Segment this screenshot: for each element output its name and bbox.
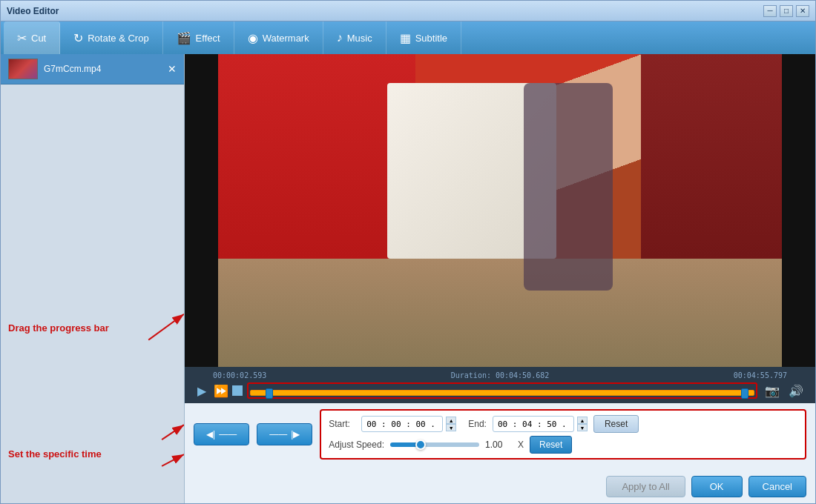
end-time-input[interactable] xyxy=(493,416,574,432)
start-time-row: Start: ▲ ▼ End: ▲ ▼ xyxy=(329,415,797,433)
end-time-spinner: ▲ ▼ xyxy=(577,417,588,431)
speed-row: Adjust Speed: 1.00 X Reset xyxy=(329,436,797,454)
cancel-button[interactable]: Cancel xyxy=(748,476,806,497)
tab-cut[interactable]: ✂ Cut xyxy=(4,21,60,54)
tab-cut-label: Cut xyxy=(31,33,46,44)
tab-effect[interactable]: 🎬 Effect xyxy=(163,21,234,54)
maximize-button[interactable]: □ xyxy=(780,5,793,17)
start-time-down[interactable]: ▼ xyxy=(446,424,456,431)
stop-button[interactable] xyxy=(232,385,243,396)
cut-controls-row: ◀| —— —— |▶ Start: ▲ ▼ xyxy=(194,409,806,460)
tab-watermark-label: Watermark xyxy=(263,33,309,44)
window-controls: ─ □ ✕ xyxy=(763,5,809,17)
close-tab-button[interactable]: ✕ xyxy=(168,63,177,75)
effect-icon: 🎬 xyxy=(177,31,191,45)
video-area: 00:00:02.593 Duration: 00:04:50.682 00:0… xyxy=(185,54,815,503)
subtitle-icon: ▦ xyxy=(400,31,411,45)
video-frame xyxy=(218,54,782,367)
speed-slider[interactable] xyxy=(390,442,479,447)
start-label: Start: xyxy=(329,419,355,429)
tab-rotate[interactable]: ↻ Rotate & Crop xyxy=(60,21,162,54)
ok-button[interactable]: OK xyxy=(691,476,743,497)
rotate-icon: ↻ xyxy=(73,31,83,45)
tab-music-label: Music xyxy=(347,33,372,44)
svg-line-2 xyxy=(162,425,184,440)
progress-area: 00:00:02.593 Duration: 00:04:50.682 00:0… xyxy=(185,367,815,403)
timeline-start-handle[interactable] xyxy=(266,388,273,399)
fast-forward-button[interactable]: ⏩ xyxy=(213,382,229,399)
music-icon: ♪ xyxy=(337,31,343,44)
speed-slider-thumb[interactable] xyxy=(415,440,426,450)
cut-icon: ✂ xyxy=(17,31,27,45)
speed-label: Adjust Speed: xyxy=(329,440,384,450)
minimize-button[interactable]: ─ xyxy=(763,5,777,17)
volume-button[interactable]: 🔊 xyxy=(786,382,806,399)
main-content: G7mCcm.mp4 ✕ xyxy=(1,54,815,503)
video-person xyxy=(524,83,613,291)
time-labels: 00:00:02.593 Duration: 00:04:50.682 00:0… xyxy=(191,370,809,381)
cut-start-icon: ◀| xyxy=(206,429,215,440)
time-reset-button[interactable]: Reset xyxy=(593,415,639,433)
video-canvas xyxy=(185,54,815,367)
end-time-label: 00:04:55.797 xyxy=(734,371,787,379)
close-button[interactable]: ✕ xyxy=(796,5,809,17)
sidebar: G7mCcm.mp4 ✕ xyxy=(1,54,185,503)
tab-subtitle[interactable]: ▦ Subtitle xyxy=(386,21,461,54)
timeline-end-handle[interactable] xyxy=(741,388,748,399)
cut-start-label: —— xyxy=(219,429,237,440)
main-window: Video Editor ─ □ ✕ ✂ Cut ↻ Rotate & Crop… xyxy=(0,0,816,504)
start-time-input[interactable] xyxy=(361,416,443,432)
window-title: Video Editor xyxy=(7,6,763,16)
annotation-time: Set the specific time xyxy=(8,448,102,461)
tab-subtitle-label: Subtitle xyxy=(415,33,447,44)
controls-bottom: ◀| —— —— |▶ Start: ▲ ▼ xyxy=(185,403,815,471)
play-controls: ▶ ⏩ xyxy=(194,382,243,399)
timeline-track[interactable] xyxy=(250,390,754,396)
end-label: End: xyxy=(468,419,487,429)
annotation-drag: Drag the progress bar xyxy=(8,322,109,335)
screenshot-button[interactable]: 📷 xyxy=(762,382,783,399)
title-bar: Video Editor ─ □ ✕ xyxy=(1,1,815,21)
tab-watermark[interactable]: ◉ Watermark xyxy=(234,21,323,54)
sidebar-tab: G7mCcm.mp4 ✕ xyxy=(1,54,184,84)
current-time-label: 00:00:02.593 xyxy=(213,371,266,379)
end-time-up[interactable]: ▲ xyxy=(577,417,588,424)
svg-line-1 xyxy=(148,314,184,340)
start-time-up[interactable]: ▲ xyxy=(446,417,456,424)
tab-effect-label: Effect xyxy=(196,33,220,44)
action-row: Apply to All OK Cancel xyxy=(185,471,815,503)
apply-all-button[interactable]: Apply to All xyxy=(606,476,685,497)
time-settings-box: Start: ▲ ▼ End: ▲ ▼ xyxy=(320,409,806,460)
svg-line-3 xyxy=(162,454,184,466)
video-thumbnail xyxy=(8,59,38,79)
camera-controls: 📷 🔊 xyxy=(762,382,806,399)
video-filename: G7mCcm.mp4 xyxy=(44,64,162,74)
speed-reset-button[interactable]: Reset xyxy=(530,436,572,454)
tab-bar: ✂ Cut ↻ Rotate & Crop 🎬 Effect ◉ Waterma… xyxy=(1,21,815,54)
watermark-icon: ◉ xyxy=(248,31,258,45)
tab-rotate-label: Rotate & Crop xyxy=(88,33,148,44)
tab-music[interactable]: ♪ Music xyxy=(323,21,386,54)
cut-end-icon: |▶ xyxy=(291,429,300,440)
timeline-row: ▶ ⏩ 📷 🔊 xyxy=(191,381,809,400)
cut-end-label: —— xyxy=(269,429,287,440)
cut-end-button[interactable]: —— |▶ xyxy=(257,423,312,445)
video-floor xyxy=(218,259,782,368)
start-time-spinner: ▲ ▼ xyxy=(446,417,456,431)
cut-start-button[interactable]: ◀| —— xyxy=(194,423,249,445)
end-time-down[interactable]: ▼ xyxy=(577,424,588,431)
duration-label: Duration: 00:04:50.682 xyxy=(451,371,549,379)
play-button[interactable]: ▶ xyxy=(194,382,210,399)
speed-unit: X xyxy=(518,440,524,450)
speed-value: 1.00 xyxy=(485,440,512,450)
